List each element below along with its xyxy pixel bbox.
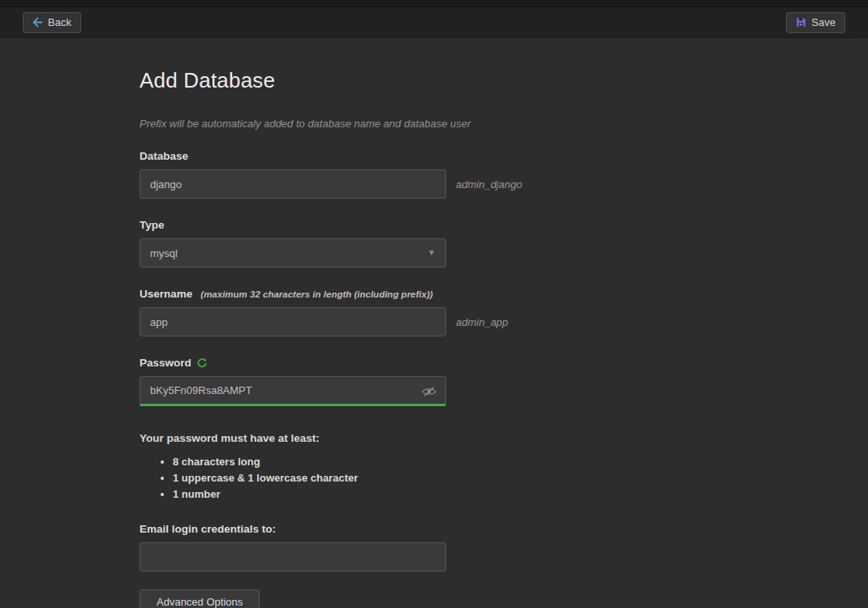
toolbar: Back Save <box>0 7 868 38</box>
email-input[interactable] <box>140 542 446 572</box>
advanced-options-button[interactable]: Advanced Options <box>140 589 260 608</box>
email-field: Email login credentials to: <box>140 523 868 572</box>
back-button-label: Back <box>48 16 71 29</box>
type-select[interactable]: mysql ▼ <box>140 238 446 268</box>
arrow-left-icon <box>32 17 43 28</box>
username-hint: (maximum 32 characters in length (includ… <box>200 289 432 299</box>
chevron-down-icon: ▼ <box>428 249 436 257</box>
username-input[interactable] <box>140 307 446 336</box>
database-label: Database <box>140 150 188 162</box>
back-button[interactable]: Back <box>23 12 81 33</box>
main-content: Add Database Prefix will be automaticaly… <box>0 38 868 608</box>
database-input[interactable] <box>140 169 446 199</box>
page-title: Add Database <box>140 68 868 93</box>
database-prefixed-preview: admin_django <box>456 178 522 191</box>
username-label: Username <box>140 288 192 300</box>
username-prefixed-preview: admin_app <box>456 316 508 328</box>
advanced-options-label: Advanced Options <box>157 596 243 608</box>
floppy-disk-icon <box>796 17 806 28</box>
email-label: Email login credentials to: <box>140 523 276 535</box>
password-requirements-list: 8 characters long 1 uppercase & 1 lowerc… <box>140 456 868 500</box>
type-field: Type mysql ▼ <box>140 219 868 268</box>
database-field: Database admin_django <box>140 150 868 199</box>
password-requirements-title: Your password must have at least: <box>140 432 868 444</box>
password-label: Password <box>140 357 191 369</box>
top-strip <box>0 0 868 7</box>
save-button[interactable]: Save <box>786 12 845 33</box>
requirement-item: 1 uppercase & 1 lowercase character <box>173 472 868 484</box>
username-field: Username (maximum 32 characters in lengt… <box>140 288 868 336</box>
save-button-label: Save <box>811 16 836 29</box>
requirement-item: 8 characters long <box>173 456 868 468</box>
password-input[interactable] <box>140 376 446 406</box>
refresh-icon[interactable] <box>196 358 208 369</box>
requirement-item: 1 number <box>173 488 868 500</box>
type-label: Type <box>140 219 165 231</box>
type-select-value: mysql <box>150 247 178 259</box>
password-field: Password <box>140 357 868 406</box>
prefix-hint: Prefix will be automaticaly added to dat… <box>140 118 868 130</box>
eye-slash-icon[interactable] <box>422 386 436 397</box>
